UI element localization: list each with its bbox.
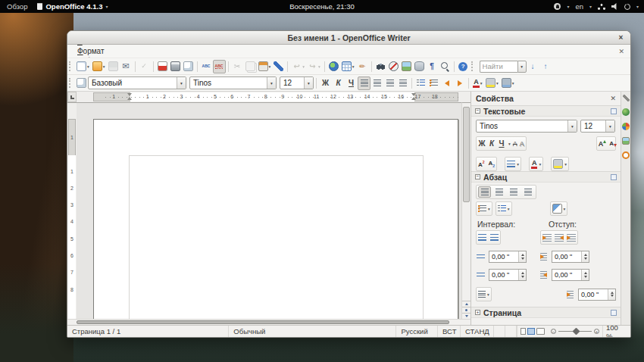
draw-functions-button[interactable]: ✏ — [356, 60, 369, 73]
edit-file-button[interactable]: ✓ — [138, 60, 151, 73]
font-color-button[interactable]: А▾ — [529, 157, 543, 171]
open-button[interactable]: ▾ — [91, 60, 107, 73]
dialog-launcher-icon[interactable] — [611, 174, 617, 180]
navigator-button[interactable] — [387, 60, 400, 73]
decrease-spacing-icon[interactable] — [490, 234, 499, 241]
chevron-down-icon[interactable]: ▾ — [304, 77, 313, 89]
underline-button[interactable]: Ч — [345, 76, 358, 90]
keyboard-layout-indicator[interactable]: en — [575, 2, 583, 11]
bold-button[interactable]: Ж — [478, 139, 486, 148]
find-next-button[interactable]: ↓ — [527, 60, 539, 73]
find-input[interactable] — [480, 61, 517, 73]
spinner-arrows[interactable] — [518, 251, 526, 262]
highlighting-button[interactable]: ▾ — [484, 76, 500, 90]
title-bar[interactable]: Без имени 1 - OpenOffice Writer × — [67, 31, 630, 45]
language-cell[interactable]: Русский — [396, 326, 438, 337]
paragraph-style-combobox[interactable]: Базовый ▾ — [88, 76, 186, 89]
close-sidebar-icon[interactable]: ✕ — [610, 95, 616, 102]
accessibility-icon[interactable] — [554, 3, 561, 10]
right-indent-marker[interactable] — [411, 93, 417, 100]
data-sources-button[interactable] — [413, 60, 426, 73]
app-menu-button[interactable]: OpenOffice 4.1.3 ▾ — [37, 2, 108, 11]
shadow-button[interactable]: А — [520, 140, 524, 148]
zoom-slider-thumb[interactable] — [573, 328, 580, 335]
new-document-button[interactable]: ▾ — [75, 60, 91, 73]
section-paragraph[interactable]: − Абзац — [471, 171, 621, 183]
increase-spacing-icon[interactable] — [478, 234, 486, 241]
spinner-arrows[interactable] — [518, 270, 526, 280]
align-left-button[interactable] — [478, 186, 491, 198]
subscript-button[interactable]: А2 — [489, 160, 496, 168]
character-spacing-button[interactable]: ▾ — [505, 157, 521, 171]
font-size-combobox[interactable]: 12 ▾ — [280, 76, 314, 89]
spinner-arrows[interactable] — [581, 251, 589, 262]
format-paintbrush-button[interactable] — [272, 60, 285, 73]
document-modified-cell[interactable] — [494, 326, 505, 337]
switch-indent-icon[interactable] — [567, 234, 576, 242]
paste-button[interactable]: ▾ — [257, 60, 273, 73]
italic-button[interactable]: К — [332, 76, 345, 90]
bulleted-list-button[interactable] — [427, 76, 440, 90]
sidebar-settings-icon[interactable] — [623, 95, 630, 101]
find-dropdown-icon[interactable]: ▾ — [517, 61, 527, 73]
email-document-button[interactable]: ✉ — [120, 60, 133, 73]
decrease-indent-button[interactable] — [440, 76, 453, 90]
chevron-down-icon[interactable]: ▾ — [508, 142, 511, 146]
zoom-out-icon[interactable]: − — [551, 329, 556, 334]
single-page-view-icon[interactable] — [521, 328, 526, 335]
gallery-button[interactable] — [400, 60, 413, 73]
horizontal-scrollbar[interactable] — [67, 319, 470, 325]
find-replace-button[interactable] — [374, 60, 387, 73]
collapse-icon[interactable]: − — [475, 108, 480, 114]
network-icon[interactable] — [598, 4, 605, 10]
tab-styles-and-formatting[interactable] — [622, 123, 630, 130]
section-page[interactable]: + Страница — [471, 307, 621, 318]
chevron-down-icon[interactable]: ▾ — [567, 120, 577, 132]
tab-gallery[interactable] — [622, 137, 630, 145]
tab-stop-type-button[interactable] — [67, 92, 77, 102]
font-name-combobox[interactable]: Tinos ▾ — [189, 76, 277, 89]
align-right-button[interactable] — [383, 76, 396, 90]
document-canvas[interactable] — [77, 102, 461, 319]
copy-button[interactable] — [244, 60, 257, 73]
indent-before-field[interactable]: 0,00 " — [552, 251, 589, 263]
numbered-list-button[interactable] — [414, 76, 427, 90]
spacing-below-field[interactable]: 0,00 " — [489, 269, 527, 281]
collapse-icon[interactable]: + — [475, 310, 480, 315]
highlighting-button[interactable]: ▾ — [551, 157, 569, 171]
vertical-scrollbar-thumb[interactable] — [463, 107, 470, 202]
italic-button[interactable]: К — [488, 139, 496, 148]
tab-properties[interactable] — [622, 108, 630, 116]
left-indent-marker[interactable] — [127, 93, 133, 100]
previous-page-button[interactable] — [462, 301, 470, 307]
justify-button[interactable] — [396, 76, 409, 90]
sidebar-font-size-combobox[interactable]: 12 ▾ — [580, 120, 615, 133]
export-pdf-button[interactable] — [156, 60, 169, 73]
hyperlink-button[interactable] — [327, 60, 340, 73]
strikethrough-button[interactable]: А — [513, 140, 517, 148]
close-document-icon[interactable]: ✕ — [618, 48, 626, 55]
indent-after-field[interactable]: 0,00 " — [552, 269, 589, 281]
multi-page-view-icon[interactable] — [527, 328, 535, 335]
navigation-dot-button[interactable] — [462, 307, 470, 313]
superscript-button[interactable]: А2 — [478, 160, 485, 168]
increase-indent-button[interactable] — [453, 76, 466, 90]
save-button[interactable] — [107, 60, 120, 73]
undo-button[interactable]: ↩▾ — [290, 60, 306, 73]
next-page-button[interactable] — [462, 313, 470, 319]
page-style-cell[interactable]: Обычный — [229, 326, 396, 337]
toolbar-grip[interactable] — [69, 61, 72, 71]
spacing-above-field[interactable]: 0,00 " — [489, 251, 527, 263]
collapse-icon[interactable]: − — [475, 174, 480, 179]
decrease-font-button[interactable]: А — [609, 140, 614, 147]
paragraph-background-button[interactable]: ▾ — [550, 201, 568, 216]
menu-item[interactable]: Формат — [72, 46, 112, 56]
cut-button[interactable]: ✂ — [231, 60, 244, 73]
horizontal-scrollbar-thumb[interactable] — [77, 320, 449, 324]
bold-button[interactable]: Ж — [319, 76, 332, 90]
first-line-indent-field[interactable]: 0,00 " — [578, 289, 616, 301]
page-number-cell[interactable]: Страница 1 / 1 — [67, 326, 229, 337]
sidebar-font-name-combobox[interactable]: Tinos ▾ — [476, 120, 577, 133]
spinner-arrows[interactable] — [581, 270, 589, 280]
styles-panel-button[interactable] — [75, 76, 88, 90]
